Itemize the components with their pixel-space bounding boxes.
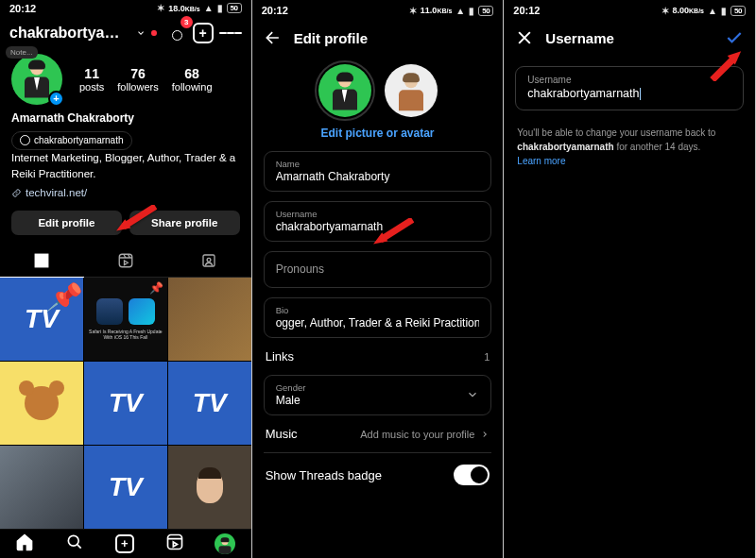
close-icon (515, 28, 534, 47)
net-speed: 11.0KB/s (421, 6, 452, 15)
post-thumbnail[interactable] (0, 362, 83, 445)
threads-badge-row[interactable]: Show Threads badge (252, 453, 504, 497)
notification-badge: 3 (180, 16, 193, 28)
home-icon (15, 533, 34, 551)
profile-header: chakrabortyamarn... 3 + (0, 16, 251, 50)
threads-toggle[interactable] (454, 465, 490, 485)
tab-grid[interactable] (0, 245, 84, 277)
vibrate-icon: ✶ (157, 3, 164, 13)
confirm-button[interactable] (723, 26, 746, 49)
signal-icon: ▮ (469, 6, 474, 16)
post-thumbnail[interactable]: TV (84, 446, 167, 529)
post-thumbnail[interactable]: TV (168, 362, 251, 445)
reels-icon (165, 533, 184, 551)
music-row[interactable]: Music Add music to your profile (252, 415, 504, 452)
tab-reels[interactable] (84, 245, 168, 277)
tab-tagged[interactable] (167, 245, 251, 277)
nav-home[interactable] (15, 533, 34, 555)
gender-field[interactable]: Gender Male (264, 375, 492, 415)
signal-icon: ▮ (721, 6, 727, 16)
cartoon-icon (25, 386, 59, 420)
links-row[interactable]: Links 1 (252, 338, 504, 375)
wifi-icon: ▲ (708, 6, 717, 16)
posts-grid: TV📌 Safari Is Receiving A Fresh UpdateWi… (0, 278, 251, 529)
bio-text: Internet Marketing, Blogger, Author, Tra… (11, 150, 240, 181)
avatar-selector (252, 55, 504, 121)
chevron-right-icon (480, 430, 490, 439)
edit-profile-button[interactable]: Edit profile (11, 211, 122, 235)
post-thumbnail[interactable]: Safari Is Receiving A Fresh UpdateWith i… (84, 278, 167, 361)
post-thumbnail[interactable] (168, 278, 251, 361)
close-button[interactable] (513, 26, 536, 49)
chevron-down-icon (466, 388, 479, 401)
post-thumbnail[interactable] (168, 446, 251, 529)
profile-photo[interactable] (318, 64, 371, 117)
svg-rect-0 (36, 254, 49, 267)
tagged-icon (200, 252, 217, 269)
menu-button[interactable] (219, 22, 242, 44)
username-header: Username (504, 21, 755, 55)
svg-point-4 (68, 535, 78, 546)
link-icon (11, 188, 22, 198)
chevron-down-icon[interactable] (136, 27, 146, 39)
nav-create[interactable]: + (115, 534, 134, 553)
profile-strip: Note... + 11posts 76followers 68followin… (0, 50, 251, 109)
bio-link[interactable]: techviral.net/ (11, 185, 240, 201)
username-dropdown[interactable]: chakrabortyamarn... (9, 25, 130, 42)
edit-picture-link[interactable]: Edit picture or avatar (252, 121, 504, 151)
username-field[interactable]: Username chakrabortyamarnath (264, 201, 492, 242)
avatar[interactable]: Note... + (11, 54, 62, 105)
svg-rect-5 (167, 534, 181, 549)
battery-indicator: 50 (227, 3, 242, 13)
action-buttons: Edit profile Share profile (0, 203, 251, 245)
post-thumbnail[interactable]: TV (84, 362, 167, 445)
bio-field[interactable]: Bio ogger, Author, Trader & a Reiki Prac… (264, 297, 492, 338)
create-button[interactable]: + (193, 22, 214, 44)
threads-shortcut-icon[interactable]: 3 (168, 22, 187, 44)
threads-badge[interactable]: chakrabortyamarnath (11, 131, 132, 151)
display-name: Amarnath Chakraborty (11, 110, 240, 127)
safari-icon (96, 298, 123, 325)
status-bar: 20:12 ✶ 8.00KB/s ▲ ▮ 50 (504, 0, 755, 21)
followers-stat[interactable]: 76followers (117, 66, 158, 93)
nav-reels[interactable] (165, 533, 184, 555)
profile-avatar[interactable] (385, 64, 438, 117)
edit-profile-screen: 20:12 ✶ 11.0KB/s ▲ ▮ 50 Edit profile Edi… (252, 0, 505, 558)
form-fields: Name Amarnath Chakraborty Username chakr… (252, 151, 504, 338)
add-story-icon[interactable]: + (48, 91, 64, 107)
svg-point-3 (208, 258, 212, 262)
plus-square-icon: + (115, 534, 134, 553)
nav-profile[interactable] (215, 533, 235, 554)
net-speed: 18.0KB/s (168, 4, 199, 13)
pronouns-field[interactable]: Pronouns (264, 251, 492, 288)
ios-icon (129, 298, 155, 325)
status-bar: 20:12 ✶ 11.0KB/s ▲ ▮ 50 (252, 0, 504, 21)
following-stat[interactable]: 68following (172, 66, 213, 93)
back-button[interactable] (262, 26, 284, 49)
bio-block: Amarnath Chakraborty chakrabortyamarnath… (0, 109, 251, 203)
post-thumbnail[interactable]: TV📌 (0, 278, 83, 361)
edit-header: Edit profile (252, 21, 504, 55)
name-field[interactable]: Name Amarnath Chakraborty (264, 151, 492, 192)
post-thumbnail[interactable] (0, 446, 83, 529)
clock: 20:12 (513, 5, 540, 16)
username-input-value[interactable]: chakrabortyamarnath (527, 87, 731, 100)
nav-search[interactable] (65, 533, 84, 555)
svg-rect-1 (119, 254, 132, 267)
signal-icon: ▮ (217, 3, 223, 13)
new-indicator-dot (151, 30, 156, 36)
clock: 20:12 (262, 5, 288, 16)
stats: 11posts 76followers 68following (79, 66, 213, 93)
profile-screen: 20:12 ✶ 18.0KB/s ▲ ▮ 50 chakrabortyamarn… (0, 0, 252, 558)
learn-more-link[interactable]: Learn more (517, 156, 565, 166)
page-title: Edit profile (294, 30, 368, 46)
username-label: Username (527, 75, 731, 85)
share-profile-button[interactable]: Share profile (129, 211, 240, 235)
net-speed: 8.00KB/s (673, 6, 704, 15)
wifi-icon: ▲ (204, 3, 214, 13)
note-bubble[interactable]: Note... (6, 46, 38, 59)
page-title: Username (545, 30, 614, 46)
username-input-box[interactable]: Username chakrabortyamarnath (515, 66, 744, 110)
svg-rect-2 (203, 255, 215, 266)
posts-stat[interactable]: 11posts (79, 66, 104, 93)
